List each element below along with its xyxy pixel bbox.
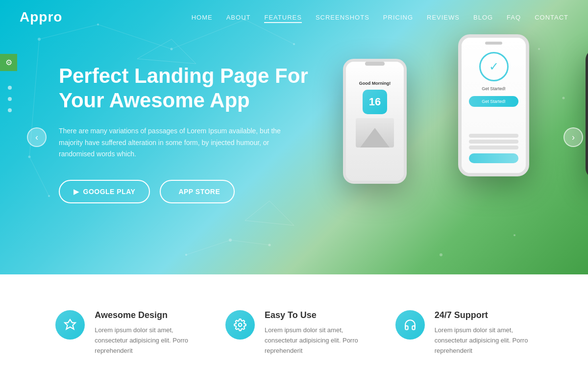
nav-item-screenshots[interactable]: SCREENSHOTS xyxy=(316,13,369,22)
gear-svg-icon xyxy=(234,318,246,331)
get-started-button-sim: Get Started! xyxy=(469,96,518,107)
features-section: Awesome Design Lorem ipsum dolor sit ame… xyxy=(0,274,588,392)
sign-in-btn-sim xyxy=(469,153,518,163)
svg-point-6 xyxy=(185,254,187,256)
design-svg-icon xyxy=(64,318,76,331)
svg-line-20 xyxy=(186,240,230,255)
svg-point-24 xyxy=(239,323,242,327)
mid-form xyxy=(462,132,526,163)
calendar-tile: 16 xyxy=(363,90,387,114)
hero-content: Perfect Landing Page For Your Awesome Ap… xyxy=(59,64,314,203)
get-started-text: Get Started! xyxy=(462,86,526,91)
nav-link-faq[interactable]: FAQ xyxy=(507,14,521,21)
left-side-panel: ⚙ xyxy=(0,54,20,112)
headset-svg-icon xyxy=(404,318,416,331)
nav-item-home[interactable]: HOME xyxy=(192,13,213,22)
google-play-label: GOOGLE PLAY xyxy=(83,188,136,196)
phone-left-screen: Good Morning! 16 xyxy=(346,62,404,181)
nav-item-contact[interactable]: CONTACT xyxy=(535,13,568,22)
svg-line-21 xyxy=(230,240,270,245)
svg-line-19 xyxy=(29,157,49,196)
nav-link-reviews[interactable]: REVIEWS xyxy=(427,14,460,21)
svg-point-8 xyxy=(48,195,50,197)
svg-point-5 xyxy=(229,239,232,242)
awesome-design-text: Awesome Design Lorem ipsum dolor sit ame… xyxy=(95,310,193,356)
main-nav: HOME ABOUT FEATURES SCREENSHOTS PRICING … xyxy=(192,13,568,22)
awesome-design-icon xyxy=(55,310,85,340)
svg-marker-22 xyxy=(137,39,196,64)
svg-point-4 xyxy=(293,43,295,45)
next-slide-button[interactable]: › xyxy=(564,127,583,147)
nav-item-blog[interactable]: BLOG xyxy=(473,13,493,22)
nav-link-blog[interactable]: BLOG xyxy=(473,14,493,21)
feature-support: 24/7 Support Lorem ipsum dolor sit amet,… xyxy=(395,310,533,356)
check-circle: ✓ xyxy=(479,52,509,81)
easy-to-use-title: Easy To Use xyxy=(265,310,363,320)
form-field-2 xyxy=(469,140,518,144)
svg-point-11 xyxy=(563,97,565,99)
svg-point-0 xyxy=(38,38,41,41)
phone-right: Sign up Name Email@mail.com Password Pho… xyxy=(586,49,588,179)
phone-left: Good Morning! 16 xyxy=(343,59,407,184)
feature-awesome-design: Awesome Design Lorem ipsum dolor sit ame… xyxy=(55,310,193,356)
side-dot-1 xyxy=(8,86,12,90)
mid-notch xyxy=(485,42,502,45)
form-field-3 xyxy=(469,146,518,149)
easy-to-use-icon xyxy=(225,310,255,340)
home-button-left xyxy=(368,183,382,184)
hero-description: There are many variations of passages of… xyxy=(59,125,284,160)
phone-left-wrapper: Good Morning! 16 xyxy=(333,44,397,169)
feature-easy-to-use: Easy To Use Lorem ipsum dolor sit amet, … xyxy=(225,310,363,356)
svg-point-7 xyxy=(269,244,271,246)
side-dot-3 xyxy=(8,108,12,112)
nav-link-contact[interactable]: CONTACT xyxy=(535,14,568,21)
google-play-button[interactable]: ▶ GOOGLE PLAY xyxy=(59,180,150,203)
support-desc: Lorem ipsum dolor sit amet, consectetur … xyxy=(435,325,533,356)
home-button-mid xyxy=(487,175,501,176)
header: Appro HOME ABOUT FEATURES SCREENSHOTS PR… xyxy=(0,0,588,34)
prev-slide-button[interactable]: ‹ xyxy=(27,127,47,147)
nav-link-features[interactable]: FEATURES xyxy=(264,14,301,23)
next-arrow-icon: › xyxy=(572,132,575,143)
nav-link-home[interactable]: HOME xyxy=(192,14,213,21)
side-dot-2 xyxy=(8,97,12,101)
side-dots xyxy=(0,86,20,112)
app-store-label: APP STORE xyxy=(178,188,220,196)
nav-item-reviews[interactable]: REVIEWS xyxy=(427,13,460,22)
nav-item-features[interactable]: FEATURES xyxy=(264,13,301,22)
hero-buttons: ▶ GOOGLE PLAY APP STORE xyxy=(59,180,314,203)
app-store-button[interactable]: APP STORE xyxy=(160,180,235,203)
hero-section: Appro HOME ABOUT FEATURES SCREENSHOTS PR… xyxy=(0,0,588,274)
nav-item-pricing[interactable]: PRICING xyxy=(383,13,413,22)
svg-marker-23 xyxy=(245,201,294,225)
easy-to-use-desc: Lorem ipsum dolor sit amet, consectetur … xyxy=(265,325,363,356)
nav-link-pricing[interactable]: PRICING xyxy=(383,14,413,21)
phone-mid-screen: ✓ Get Started! Get Started! xyxy=(462,38,526,173)
gear-icon[interactable]: ⚙ xyxy=(0,54,17,71)
form-field-1 xyxy=(469,134,518,138)
nav-link-about[interactable]: ABOUT xyxy=(226,14,251,21)
nav-item-about[interactable]: ABOUT xyxy=(226,13,251,22)
nav-link-screenshots[interactable]: SCREENSHOTS xyxy=(316,14,369,21)
svg-point-2 xyxy=(171,48,173,50)
greeting-text: Good Morning! xyxy=(351,81,399,86)
support-text: 24/7 Support Lorem ipsum dolor sit amet,… xyxy=(435,310,533,356)
awesome-design-title: Awesome Design xyxy=(95,310,193,320)
support-title: 24/7 Support xyxy=(435,310,533,320)
google-play-icon: ▶ xyxy=(74,188,79,196)
easy-to-use-text: Easy To Use Lorem ipsum dolor sit amet, … xyxy=(265,310,363,356)
phones-mockup: Good Morning! 16 ✓ Get Started! Get Star… xyxy=(323,29,559,265)
mountain-image xyxy=(356,118,394,147)
logo-text: Appro xyxy=(20,9,62,24)
prev-arrow-icon: ‹ xyxy=(35,132,38,143)
support-icon xyxy=(395,310,425,340)
svg-point-9 xyxy=(28,156,31,158)
nav-item-faq[interactable]: FAQ xyxy=(507,13,521,22)
phone-left-content: Good Morning! 16 xyxy=(346,70,404,157)
hero-title: Perfect Landing Page For Your Awesome Ap… xyxy=(59,64,314,113)
awesome-design-desc: Lorem ipsum dolor sit amet, consectetur … xyxy=(95,325,193,356)
logo[interactable]: Appro xyxy=(20,9,62,25)
phone-notch xyxy=(365,62,385,66)
phone-mid: ✓ Get Started! Get Started! xyxy=(458,34,529,176)
